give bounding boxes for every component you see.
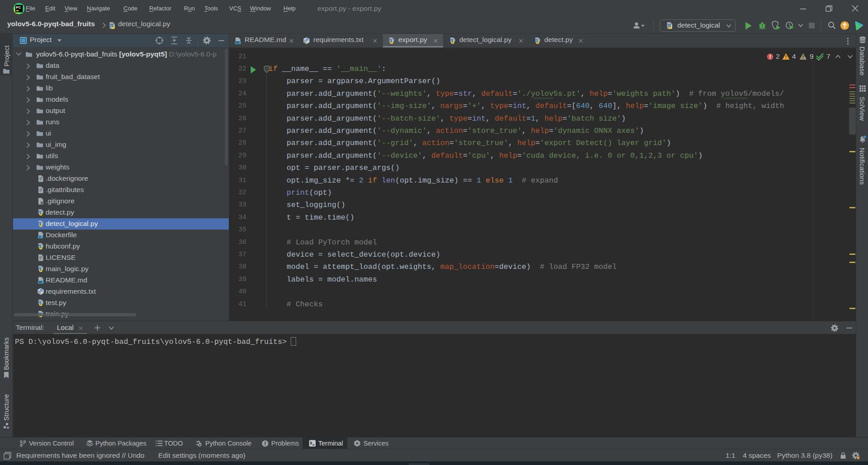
svg-text:PC: PC (16, 5, 21, 9)
